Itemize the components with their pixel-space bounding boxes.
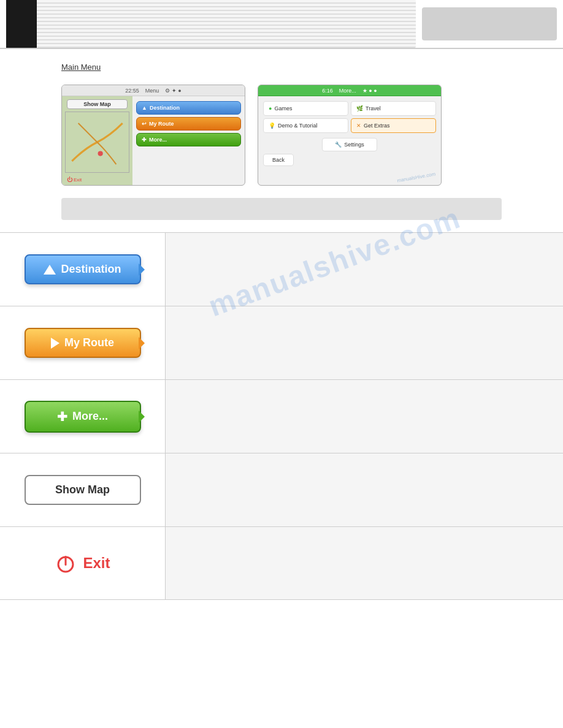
header-stripes [37, 0, 416, 48]
ss-destination-btn[interactable]: ▲ Destination [136, 101, 241, 115]
screenshot-right: 6:16 More... ★ ● ● ● Games 🌿 Travel 💡 De… [258, 85, 442, 186]
showmap-button[interactable]: Show Map [25, 475, 141, 505]
header-gray-box [422, 7, 557, 40]
screenshots-row: 22:55 Menu ⚙ ✦ ● Show Map ⏻ [0, 78, 563, 192]
destination-text-cell [166, 233, 563, 306]
ss-more-btn[interactable]: ✚ More... [136, 133, 241, 146]
ss-extras-btn[interactable]: ✕ Get Extras [351, 118, 436, 133]
ss-watermark: manualsHive.com [397, 172, 436, 184]
info-banner [61, 198, 502, 220]
settings-icon: 🔧 [335, 142, 342, 148]
destination-row: Destination [0, 232, 563, 306]
main-content: Destination My Route ✚ More... [0, 232, 563, 600]
more-icon: ✚ [57, 409, 67, 424]
more-button-cell: ✚ More... [0, 380, 166, 453]
ss-menu-buttons: ▲ Destination ↩ My Route ✚ More... [132, 96, 245, 185]
svg-point-1 [98, 151, 103, 156]
destination-icon [44, 265, 56, 275]
ss-left-topbar: 22:55 Menu ⚙ ✦ ● [62, 85, 245, 96]
exit-text-cell [166, 527, 563, 599]
exit-button[interactable]: Exit [55, 552, 110, 574]
showmap-row: Show Map [0, 453, 563, 526]
screenshot-left: 22:55 Menu ⚙ ✦ ● Show Map ⏻ [61, 85, 245, 186]
ss-exit[interactable]: ⏻ Exit [67, 176, 82, 183]
travel-icon: 🌿 [356, 105, 363, 112]
ss-left-content: Show Map ⏻ Exit ▲ Destinati [62, 96, 245, 185]
exit-row: Exit [0, 526, 563, 600]
ss-more-label: More... [339, 88, 356, 94]
more-row: ✚ More... [0, 379, 563, 453]
extras-icon: ✕ [356, 123, 361, 129]
ss-myroute-btn[interactable]: ↩ My Route [136, 117, 241, 131]
power-icon [55, 552, 77, 574]
ss-right-topbar: 6:16 More... ★ ● ● [258, 85, 441, 96]
ss-time-right: 6:16 [322, 88, 333, 94]
myroute-text-cell [166, 306, 563, 379]
ss-show-map-btn[interactable]: Show Map [67, 99, 128, 109]
svg-rect-3 [65, 556, 67, 566]
ss-menu-label: Menu [145, 88, 159, 94]
section-link[interactable]: Main Menu [61, 63, 101, 72]
ss-settings-row: 🔧 Settings [258, 138, 441, 151]
ss-demo-btn[interactable]: 💡 Demo & Tutorial [263, 118, 348, 133]
ss-settings-btn[interactable]: 🔧 Settings [322, 138, 377, 151]
destination-arrow [139, 264, 145, 276]
destination-button-cell: Destination [0, 233, 166, 306]
ss-right-grid: ● Games 🌿 Travel 💡 Demo & Tutorial ✕ Get… [258, 96, 441, 138]
ss-back-btn[interactable]: Back [263, 154, 294, 166]
destination-button[interactable]: Destination [25, 254, 141, 284]
ss-back-row: Back [258, 151, 441, 169]
page-header [0, 0, 563, 49]
myroute-icon [51, 338, 59, 349]
link-area: Main Menu [0, 49, 563, 78]
more-arrow [139, 411, 145, 423]
myroute-button-cell: My Route [0, 306, 166, 379]
demo-icon: 💡 [269, 123, 275, 129]
myroute-arrow [139, 337, 145, 349]
ss-time-left: 22:55 [125, 88, 139, 94]
ss-games-btn[interactable]: ● Games [263, 101, 348, 116]
ss-map-area: Show Map ⏻ Exit [62, 96, 132, 185]
more-button[interactable]: ✚ More... [25, 401, 141, 433]
more-text-cell [166, 380, 563, 453]
showmap-button-cell: Show Map [0, 453, 166, 526]
myroute-row: My Route [0, 306, 563, 379]
games-icon: ● [269, 105, 272, 112]
header-black-block [6, 0, 37, 48]
showmap-text-cell [166, 453, 563, 526]
myroute-button[interactable]: My Route [25, 328, 141, 358]
exit-button-cell: Exit [0, 527, 166, 599]
ss-travel-btn[interactable]: 🌿 Travel [351, 101, 436, 116]
ss-map-image [65, 112, 129, 173]
